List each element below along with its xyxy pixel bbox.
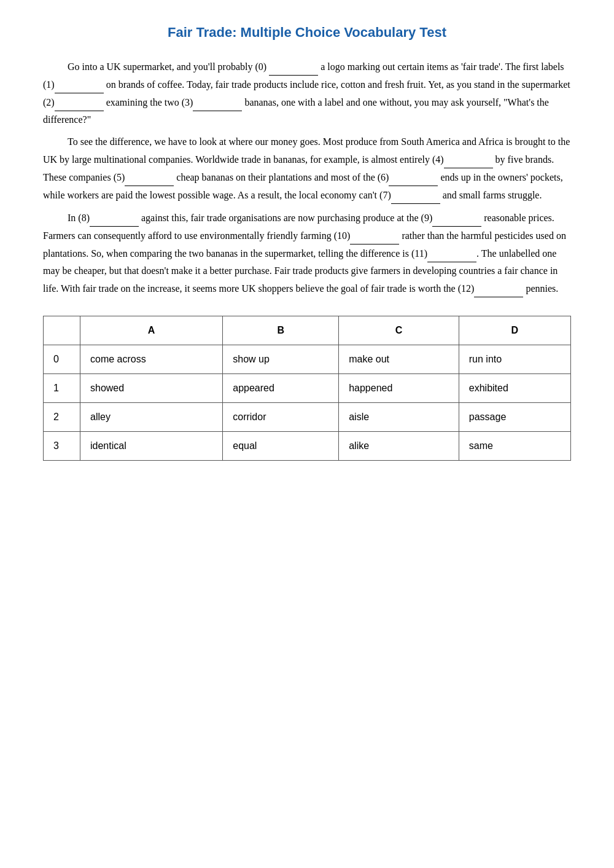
- table-row: 2 alley corridor aisle passage: [44, 403, 571, 432]
- col-header-b: B: [223, 316, 339, 345]
- cell-b: corridor: [223, 403, 339, 432]
- cell-d: same: [459, 432, 570, 461]
- cell-b: show up: [223, 345, 339, 374]
- paragraph-2: To see the difference, we have to look a…: [43, 133, 571, 204]
- row-num: 3: [44, 432, 80, 461]
- cell-d: exhibited: [459, 374, 570, 403]
- cell-c: happened: [339, 374, 459, 403]
- cell-b: equal: [223, 432, 339, 461]
- paragraph-1: Go into a UK supermarket, and you'll pro…: [43, 58, 571, 128]
- paragraph-3: In (8) against this, fair trade organisa…: [43, 209, 571, 297]
- cell-c: alike: [339, 432, 459, 461]
- table-row: 3 identical equal alike same: [44, 432, 571, 461]
- vocabulary-table: A B C D 0 come across show up make out r…: [43, 316, 571, 461]
- row-num: 1: [44, 374, 80, 403]
- cell-d: passage: [459, 403, 570, 432]
- row-num: 2: [44, 403, 80, 432]
- col-header-d: D: [459, 316, 570, 345]
- cell-c: make out: [339, 345, 459, 374]
- cell-a: showed: [80, 374, 223, 403]
- cell-a: come across: [80, 345, 223, 374]
- col-header-a: A: [80, 316, 223, 345]
- col-header-c: C: [339, 316, 459, 345]
- cell-d: run into: [459, 345, 570, 374]
- cell-c: aisle: [339, 403, 459, 432]
- page-title: Fair Trade: Multiple Choice Vocabulary T…: [43, 25, 571, 41]
- table-header-row: A B C D: [44, 316, 571, 345]
- cell-a: alley: [80, 403, 223, 432]
- cell-b: appeared: [223, 374, 339, 403]
- table-row: 0 come across show up make out run into: [44, 345, 571, 374]
- passage: Go into a UK supermarket, and you'll pro…: [43, 58, 571, 297]
- col-header-num: [44, 316, 80, 345]
- table-row: 1 showed appeared happened exhibited: [44, 374, 571, 403]
- cell-a: identical: [80, 432, 223, 461]
- row-num: 0: [44, 345, 80, 374]
